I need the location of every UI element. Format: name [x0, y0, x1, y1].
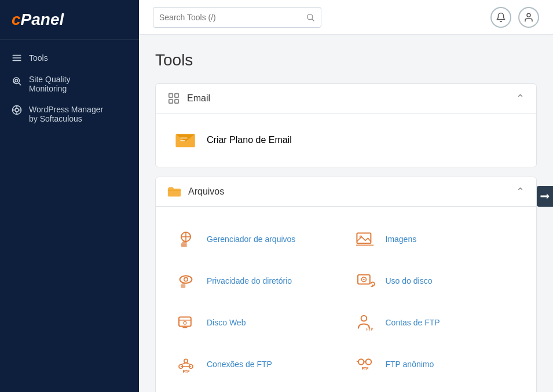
folder-section-icon	[167, 185, 181, 198]
svg-point-9	[307, 14, 312, 19]
tool-contas-ftp-label: Contas de FTP	[386, 318, 440, 327]
svg-rect-15	[175, 100, 178, 103]
svg-point-28	[184, 277, 188, 281]
sqm-label2: Monitoring	[29, 84, 71, 93]
images-icon	[352, 226, 378, 252]
tool-disco-web-label: Disco Web	[207, 318, 246, 327]
svg-line-43	[181, 363, 186, 365]
content-area: Tools Email ⌃	[139, 35, 553, 392]
svg-point-38	[361, 316, 367, 321]
edge-tab[interactable]	[537, 186, 553, 207]
ftp-anonymous-icon: FTP	[352, 351, 378, 377]
svg-point-27	[180, 276, 192, 283]
tool-disco-web[interactable]: Disco Web	[167, 302, 346, 343]
web-disk-icon	[173, 310, 199, 335]
arquivos-section-title: Arquivos	[188, 186, 516, 197]
svg-point-11	[527, 13, 530, 17]
tool-gerenciador-arquivos-label: Gerenciador de arquivos	[207, 235, 295, 244]
tool-backup[interactable]: Backup	[167, 385, 346, 392]
ftp-connections-icon: FTP	[173, 351, 199, 377]
sidebar-item-wordpress[interactable]: WordPress Manager by Softaculous	[0, 99, 139, 129]
email-plan-icon	[173, 127, 199, 153]
wordpress-icon	[12, 105, 23, 115]
sqm-label1: Site Quality	[29, 75, 71, 84]
sidebar-tools-label: Tools	[29, 53, 48, 63]
sidebar-wp-label: WordPress Manager by Softaculous	[29, 105, 103, 123]
tool-imagens[interactable]: Imagens	[346, 218, 525, 260]
svg-rect-13	[175, 94, 178, 97]
tool-criar-plano-email-label: Criar Plano de Email	[207, 135, 292, 145]
tool-privacidade-diretorio[interactable]: Privacidade do diretório	[167, 260, 346, 302]
tool-assistente-backup[interactable]: Assistente de backup	[346, 385, 525, 392]
arquivos-chevron-icon: ⌃	[516, 185, 525, 198]
email-section-card: Email ⌃	[155, 83, 537, 167]
tool-privacidade-label: Privacidade do diretório	[207, 276, 292, 285]
svg-line-10	[312, 19, 314, 21]
cpanel-logo: cPanel	[12, 10, 64, 29]
sidebar-item-site-quality[interactable]: Site Quality Monitoring	[0, 69, 139, 99]
svg-rect-18	[180, 138, 187, 139]
file-manager-icon	[173, 226, 199, 252]
tool-ftp-anonimo-label: FTP anônimo	[386, 360, 434, 369]
tool-criar-plano-email[interactable]: Criar Plano de Email	[156, 119, 536, 161]
tool-uso-disco-label: Uso do disco	[386, 276, 433, 285]
svg-point-8	[15, 108, 19, 112]
page-title: Tools	[155, 51, 537, 69]
svg-point-48	[365, 359, 371, 365]
svg-point-32	[363, 279, 364, 280]
search-input[interactable]	[159, 13, 301, 22]
tool-contas-ftp[interactable]: FTP Contas de FTP	[346, 302, 525, 343]
svg-rect-14	[169, 100, 173, 103]
tool-conexoes-ftp-label: Conexões de FTP	[207, 360, 272, 369]
svg-rect-12	[169, 94, 173, 97]
wp-label2: by Softaculous	[29, 114, 103, 123]
email-section-title: Email	[187, 93, 516, 104]
svg-line-6	[14, 82, 16, 83]
svg-rect-19	[180, 140, 185, 141]
sidebar-sqm-label: Site Quality Monitoring	[29, 75, 71, 93]
email-section-icon	[167, 92, 180, 105]
header	[139, 0, 553, 35]
tool-imagens-label: Imagens	[386, 235, 417, 244]
svg-point-35	[184, 321, 186, 324]
tool-gerenciador-arquivos[interactable]: Gerenciador de arquivos	[167, 218, 346, 260]
svg-point-40	[184, 359, 188, 362]
svg-point-47	[358, 359, 364, 365]
tools-icon	[12, 53, 23, 63]
user-button[interactable]	[518, 7, 539, 28]
svg-point-5	[15, 79, 18, 82]
svg-text:FTP: FTP	[366, 327, 373, 331]
search-button[interactable]	[306, 13, 315, 22]
tool-ftp-anonimo[interactable]: FTP FTP anônimo	[346, 343, 525, 385]
search-magnify-icon	[12, 76, 23, 86]
svg-text:FTP: FTP	[361, 367, 369, 371]
email-chevron-icon: ⌃	[516, 92, 525, 105]
notifications-button[interactable]	[490, 7, 511, 28]
email-section-header[interactable]: Email ⌃	[156, 84, 536, 113]
svg-text:FTP: FTP	[182, 369, 190, 373]
svg-rect-23	[181, 243, 187, 247]
tool-uso-disco[interactable]: Uso do disco	[346, 260, 525, 302]
logo-area: cPanel	[0, 0, 139, 40]
disk-usage-icon	[352, 268, 378, 294]
svg-line-44	[186, 363, 191, 365]
ftp-accounts-icon: FTP	[352, 310, 378, 335]
arquivos-section-header[interactable]: Arquivos ⌃	[156, 177, 536, 207]
sidebar-nav: Tools Site Quality Monitoring	[0, 40, 139, 136]
main-area: Tools Email ⌃	[139, 0, 553, 392]
privacy-icon	[173, 268, 199, 294]
sidebar: cPanel Tools	[0, 0, 139, 392]
wp-label1: WordPress Manager	[29, 105, 103, 114]
sidebar-item-tools[interactable]: Tools	[0, 47, 139, 69]
arquivos-section-body: Gerenciador de arquivos Imagen	[156, 207, 536, 392]
svg-rect-29	[181, 284, 185, 288]
arquivos-section-card: Arquivos ⌃	[155, 177, 537, 392]
svg-line-4	[19, 83, 20, 85]
email-section-body: Criar Plano de Email	[156, 113, 536, 167]
search-bar[interactable]	[153, 7, 321, 28]
arquivos-tool-grid: Gerenciador de arquivos Imagen	[156, 213, 536, 392]
svg-rect-24	[357, 233, 371, 244]
tool-conexoes-ftp[interactable]: FTP Conexões de FTP	[167, 343, 346, 385]
